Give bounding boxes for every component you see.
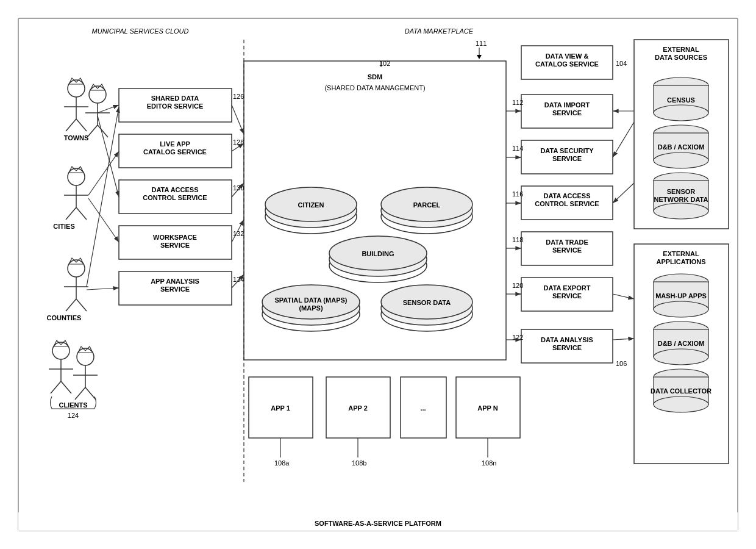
svg-text:CONTROL SERVICE: CONTROL SERVICE — [535, 200, 599, 207]
data-access-control-label: DATA ACCESS — [152, 186, 199, 193]
external-applications-label: EXTERNAL — [663, 250, 699, 257]
towns-label: TOWNS — [64, 134, 89, 142]
counties-label: COUNTIES — [47, 314, 82, 321]
sdm-label: SDM — [368, 73, 382, 81]
svg-text:SERVICE: SERVICE — [160, 285, 190, 293]
num-126: 126 — [233, 93, 244, 100]
data-export-service-label: DATA EXPORT — [544, 284, 591, 292]
external-data-sources-label: EXTERNAL — [663, 46, 699, 53]
svg-text:SERVICE: SERVICE — [552, 292, 582, 300]
svg-text:APPLICATIONS: APPLICATIONS — [656, 258, 705, 265]
num-130: 130 — [233, 184, 244, 192]
data-import-service-label: DATA IMPORT — [544, 101, 590, 109]
building-label: BUILDING — [362, 250, 394, 257]
data-security-service-label: DATA SECURITY — [540, 147, 594, 154]
svg-text:SERVICE: SERVICE — [160, 242, 190, 249]
num-114: 114 — [512, 145, 523, 152]
svg-point-67 — [654, 349, 708, 365]
svg-text:SERVICE: SERVICE — [552, 344, 582, 351]
svg-point-58 — [654, 203, 708, 219]
architecture-diagram: SOFTWARE-AS-A-SERVICE PLATFORM MUNICIPAL… — [0, 0, 756, 549]
census-label: CENSUS — [667, 96, 695, 104]
sdm-sub: (SHARED DATA MANAGEMENT) — [324, 84, 425, 92]
dnb-acxiom-2-label: D&B / ACXIOM — [658, 340, 705, 347]
dnb-acxiom-1-label: D&B / ACXIOM — [658, 143, 705, 151]
num-108a: 108a — [274, 459, 290, 467]
svg-point-55 — [654, 152, 708, 168]
num-124: 124 — [68, 412, 79, 419]
svg-text:CATALOG SERVICE: CATALOG SERVICE — [535, 60, 599, 68]
workspace-service-label: WORKSPACE — [153, 234, 197, 241]
shared-data-editor-label: SHARED DATA — [151, 95, 199, 102]
saas-platform-label: SOFTWARE-AS-A-SERVICE PLATFORM — [315, 520, 441, 527]
svg-text:DATA SOURCES: DATA SOURCES — [655, 54, 707, 61]
num-120: 120 — [512, 282, 523, 289]
parcel-label: PARCEL — [413, 201, 441, 209]
app-analysis-service-label: APP ANALYSIS — [151, 278, 199, 285]
svg-text:(MAPS): (MAPS) — [299, 304, 323, 312]
municipal-cloud-label: MUNICIPAL SERVICES CLOUD — [92, 27, 189, 35]
num-134: 134 — [233, 276, 244, 283]
citizen-label: CITIZEN — [298, 201, 324, 209]
appn-label: APP N — [477, 404, 497, 412]
svg-text:SERVICE: SERVICE — [552, 109, 582, 117]
num-112: 112 — [512, 99, 523, 106]
clients-label: CLIENTS — [59, 401, 87, 409]
svg-text:NETWORK DATA: NETWORK DATA — [654, 196, 708, 203]
data-view-catalog-label: DATA VIEW & — [546, 52, 589, 60]
num-106: 106 — [616, 360, 627, 367]
svg-point-70 — [654, 396, 708, 412]
num-116: 116 — [512, 190, 523, 198]
svg-text:EDITOR SERVICE: EDITOR SERVICE — [147, 102, 204, 110]
data-access-control-right-label: DATA ACCESS — [544, 192, 591, 199]
data-collector-label: DATA COLLECTOR — [651, 387, 711, 395]
sensor-network-data-label: SENSOR — [667, 188, 696, 195]
spatial-data-label: SPATIAL DATA (MAPS) — [275, 296, 348, 304]
data-trade-service-label: DATA TRADE — [546, 239, 588, 246]
num-104: 104 — [616, 60, 627, 67]
app-dots-label: ... — [420, 404, 426, 412]
app2-label: APP 2 — [348, 404, 368, 412]
svg-text:CATALOG SERVICE: CATALOG SERVICE — [143, 148, 207, 156]
svg-text:CONTROL SERVICE: CONTROL SERVICE — [143, 194, 207, 201]
sensor-data-label: SENSOR DATA — [403, 299, 451, 306]
live-app-catalog-label: LIVE APP — [160, 140, 190, 148]
num-108b: 108b — [352, 459, 366, 467]
svg-point-52 — [654, 105, 708, 121]
app1-label: APP 1 — [271, 404, 290, 412]
mash-up-apps-label: MASH-UP APPS — [655, 292, 707, 300]
data-marketplace-label: DATA MARKETPLACE — [405, 27, 474, 35]
svg-text:SERVICE: SERVICE — [552, 246, 582, 254]
data-analysis-service-label: DATA ANALYSIS — [541, 336, 593, 343]
num-111: 111 — [476, 40, 487, 47]
cities-label: CITIES — [53, 223, 74, 230]
num-108n: 108n — [482, 459, 496, 467]
svg-point-64 — [654, 301, 708, 317]
num-118: 118 — [512, 236, 523, 243]
svg-text:SERVICE: SERVICE — [552, 155, 582, 162]
